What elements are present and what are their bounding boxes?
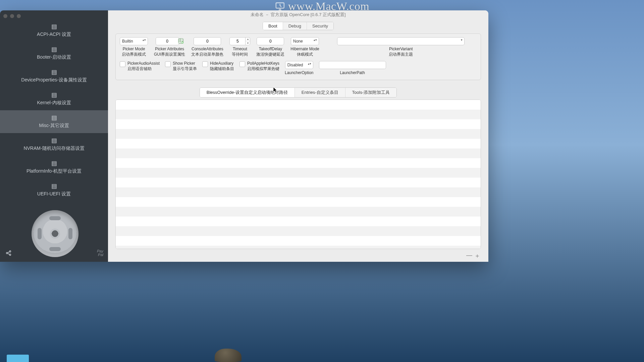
field-hibernate-mode: None▴▾ Hibernate Mode休眠模式	[290, 37, 319, 57]
list-row[interactable]	[116, 187, 481, 197]
bless-override-list[interactable]	[115, 100, 481, 249]
list-add-remove: — ＋	[108, 252, 480, 260]
sidebar-item-label: Kernel-内核设置	[37, 100, 71, 106]
field-picker-mode: Builtin▴▾ Picker Mode启动界面模式	[120, 37, 148, 57]
tab-security[interactable]: Security	[307, 22, 333, 30]
sidebar-item-label: NVRAM-随机访问存储器设置	[23, 145, 84, 152]
field-launcher-option: Disabled▴▾ LauncherOption	[285, 61, 313, 76]
grid-icon: ▤	[51, 137, 57, 143]
remove-button[interactable]: —	[466, 252, 472, 260]
launcher-option-select[interactable]: Disabled▴▾	[285, 61, 313, 69]
field-console-attributes: ConsoleAttributes文本启动菜单颜色	[191, 37, 223, 57]
picker-attributes-input[interactable]	[156, 37, 179, 45]
share-icon[interactable]	[5, 249, 13, 257]
sidebar-item-label: DeviceProperties-设备属性设置	[21, 77, 87, 83]
field-show-picker: Show Picker显示引导菜单	[165, 61, 197, 71]
close-dot[interactable]	[3, 14, 7, 18]
tab-boot[interactable]: Boot	[263, 22, 283, 30]
list-row[interactable]	[116, 226, 481, 236]
sidebar-item-acpi[interactable]: ▤ ACPI-ACPI 设置	[0, 19, 108, 42]
list-row[interactable]	[116, 168, 481, 178]
field-picker-attributes: Picker AttributesGUI界面设置属性	[154, 37, 185, 57]
field-launcher-path: LauncherPath	[319, 61, 386, 76]
field-takeoff-delay: TakeoffDelay激活快捷键延迟	[256, 37, 284, 57]
list-row[interactable]	[116, 236, 481, 246]
grid-icon: ▤	[51, 92, 57, 98]
sidebar-item-deviceproperties[interactable]: ▤ DeviceProperties-设备属性设置	[0, 65, 108, 87]
list-row[interactable]	[116, 139, 481, 148]
window-controls	[3, 14, 21, 18]
console-attributes-input[interactable]	[194, 37, 221, 45]
tab-debug[interactable]: Debug	[283, 22, 307, 30]
boot-settings-panel: Builtin▴▾ Picker Mode启动界面模式 Picker Attri…	[115, 34, 481, 80]
grid-icon: ▤	[51, 46, 57, 52]
sidebar-item-uefi[interactable]: ▤ UEFI-UEFI 设置	[0, 179, 108, 201]
list-row[interactable]	[116, 129, 481, 139]
poll-hotkeys-checkbox[interactable]	[239, 61, 245, 67]
top-tabs: Boot Debug Security	[263, 22, 334, 30]
list-row[interactable]	[116, 119, 481, 129]
timeout-stepper[interactable]: ▴▾	[246, 37, 250, 45]
chevron-updown-icon: ▴▾	[308, 62, 311, 65]
launcher-path-input[interactable]	[319, 61, 386, 69]
grid-icon: ▤	[51, 69, 57, 75]
sidebar-footer: PayPal	[0, 205, 108, 262]
list-row[interactable]	[116, 217, 481, 226]
field-timeout: ▴▾ Timeout等待时间	[229, 37, 250, 57]
timeout-input[interactable]	[229, 37, 246, 45]
grid-icon: ▤	[51, 23, 57, 29]
sidebar-item-label: PlatformInfo-机型平台设置	[26, 168, 82, 174]
sidebar-item-kernel[interactable]: ▤ Kernel-内核设置	[0, 87, 108, 110]
tab-entries[interactable]: Entries-自定义条目	[295, 88, 345, 97]
field-picker-audio-assist: PickerAudioAssist启用语音辅助	[120, 61, 160, 71]
grid-icon: ▤	[51, 160, 57, 166]
list-row[interactable]	[116, 158, 481, 168]
sidebar-item-label: Booter-启动设置	[37, 54, 71, 60]
sidebar-item-nvram[interactable]: ▤ NVRAM-随机访问存储器设置	[0, 133, 108, 156]
sidebar-item-booter[interactable]: ▤ Booter-启动设置	[0, 42, 108, 65]
picker-audio-checkbox[interactable]	[120, 61, 125, 67]
sub-tabs: BlessOverride-设置自定义启动项绝对路径 Entries-自定义条目…	[200, 87, 397, 98]
dock-hint	[7, 355, 29, 362]
list-row[interactable]	[116, 197, 481, 207]
window-title: 未命名 － 官方原版 OpenCore [0.6.7 正式版配置]	[108, 10, 488, 19]
field-hide-auxiliary: HideAuxiliary隐藏辅助条目	[202, 61, 234, 71]
sidebar-item-misc[interactable]: ▤ Misc-其它设置	[0, 110, 108, 133]
hide-auxiliary-checkbox[interactable]	[202, 61, 208, 67]
sidebar: ▤ ACPI-ACPI 设置 ▤ Booter-启动设置 ▤ DevicePro…	[0, 10, 108, 262]
show-picker-checkbox[interactable]	[165, 61, 171, 67]
chevron-up-icon: ▴	[246, 38, 250, 42]
chevron-updown-icon: ▴▾	[143, 39, 146, 42]
wallpaper-rock	[215, 349, 241, 362]
zoom-dot[interactable]	[17, 14, 21, 18]
list-row[interactable]	[116, 110, 481, 119]
chevron-updown-icon: ▴▾	[314, 39, 317, 42]
list-row[interactable]	[116, 178, 481, 187]
list-row[interactable]	[116, 100, 481, 110]
list-row[interactable]	[116, 207, 481, 217]
sidebar-item-label: ACPI-ACPI 设置	[37, 32, 71, 38]
list-row[interactable]	[116, 148, 481, 158]
sidebar-item-platforminfo[interactable]: ▤ PlatformInfo-机型平台设置	[0, 156, 108, 179]
chevron-down-icon: ▾	[461, 39, 463, 42]
picker-variant-select[interactable]: ▾	[337, 37, 465, 45]
paypal-label[interactable]: PayPal	[97, 249, 103, 257]
minimize-dot[interactable]	[10, 14, 14, 18]
picker-mode-select[interactable]: Builtin▴▾	[120, 37, 148, 45]
sidebar-item-label: UEFI-UEFI 设置	[37, 191, 71, 197]
list-row[interactable]	[116, 246, 481, 249]
tab-tools[interactable]: Tools-添加附加工具	[345, 88, 397, 97]
grid-icon: ▤	[51, 115, 57, 121]
sidebar-item-label: Misc-其它设置	[39, 123, 69, 129]
chevron-down-icon: ▾	[246, 41, 250, 45]
dial-control[interactable]	[32, 210, 78, 257]
grid-icon: ▤	[51, 183, 57, 189]
table-picker-icon[interactable]	[178, 37, 184, 45]
add-button[interactable]: ＋	[474, 252, 480, 260]
main-panel: 未命名 － 官方原版 OpenCore [0.6.7 正式版配置] Boot D…	[108, 10, 488, 262]
hibernate-mode-select[interactable]: None▴▾	[291, 37, 319, 45]
field-poll-apple-hotkeys: PollAppleHotKeys启用模拟苹果热键	[239, 61, 279, 71]
takeoff-delay-input[interactable]	[257, 37, 284, 45]
field-picker-variant: ▾ PickerVariant启动界面主题	[325, 37, 477, 57]
tab-blessoverride[interactable]: BlessOverride-设置自定义启动项绝对路径	[200, 88, 295, 97]
